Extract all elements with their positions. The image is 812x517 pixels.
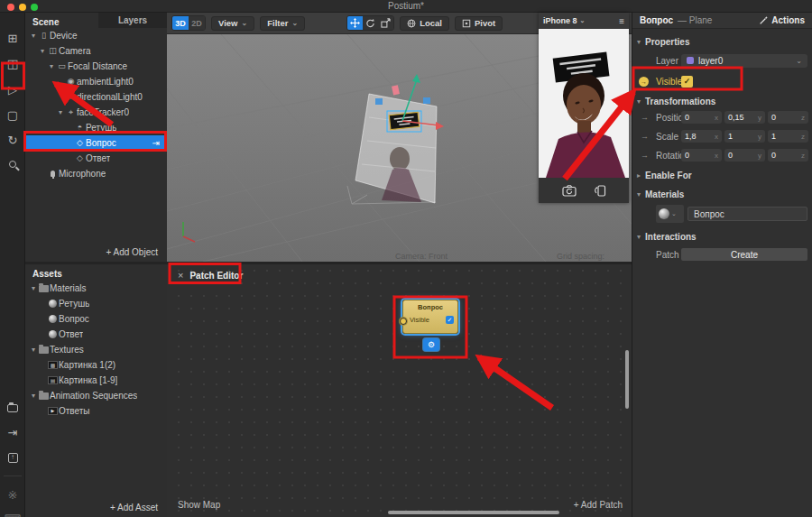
patch-editor-tab-label: Patch Editor	[189, 271, 243, 281]
rotate-device-icon[interactable]	[593, 185, 606, 197]
cameras-icon[interactable]: ◫	[0, 55, 25, 71]
local-space-button[interactable]: Local	[400, 16, 449, 31]
scene-item-row[interactable]: ◓Ретушь	[25, 120, 167, 135]
patch-node-property-label: Visible	[410, 316, 429, 324]
tab-patch-editor[interactable]: × Patch Editor	[171, 266, 250, 284]
scene-item-label: Вопрос	[86, 138, 116, 148]
connector-arrow-icon[interactable]: →	[641, 113, 649, 122]
simulator-device-select[interactable]: iPhone 8	[543, 16, 577, 25]
tab-layers[interactable]: Layers	[98, 13, 167, 28]
add-object-button[interactable]: + Add Object	[106, 247, 158, 257]
caret-expanded-icon[interactable]: ▾	[29, 392, 38, 400]
project-files-button[interactable]	[0, 400, 25, 416]
section-enable-for[interactable]: ▸ Enable For	[632, 168, 812, 182]
section-interactions[interactable]: ▾ Interactions	[632, 229, 812, 244]
simulator-screen	[539, 29, 629, 178]
asset-item-label: Ответы	[59, 406, 90, 416]
caret-expanded-icon[interactable]: ▾	[29, 346, 38, 354]
asset-item-row[interactable]: Вопрос	[25, 311, 167, 327]
restart-icon[interactable]: ↻	[0, 132, 25, 148]
flip-camera-icon[interactable]	[562, 185, 577, 197]
connector-arrow-icon[interactable]: →	[641, 151, 649, 160]
rotate-tool-button[interactable]	[363, 16, 378, 30]
asset-item-row[interactable]: ▩Картинка 1(2)	[25, 357, 167, 373]
debug-button[interactable]: ※	[0, 486, 25, 503]
chevron-down-icon: ⌄	[580, 17, 586, 24]
scene-item-label: Device	[50, 31, 78, 41]
asset-item-row[interactable]: Ответ	[25, 327, 167, 342]
scale-z-field[interactable]: 1z	[768, 130, 808, 143]
close-icon[interactable]: ×	[178, 270, 183, 281]
scale-tool-button[interactable]	[378, 16, 393, 30]
caret-expanded-icon[interactable]: ▾	[29, 284, 38, 292]
section-properties[interactable]: ▾ Properties	[632, 34, 812, 49]
asset-item-row[interactable]: ▶Ответы	[25, 403, 167, 419]
caret-expanded-icon[interactable]: ▾	[29, 32, 38, 40]
rotation-x-field[interactable]: 0x	[681, 149, 722, 162]
connector-arrow-icon[interactable]: →	[641, 132, 649, 141]
import-button[interactable]: ⇥	[0, 424, 25, 440]
asset-item-row[interactable]: ▾Animation Sequences	[25, 388, 167, 403]
mode-3d-button[interactable]: 3D	[172, 16, 189, 30]
caret-expanded-icon[interactable]: ▾	[47, 62, 56, 70]
material-name-field[interactable]: Вопрос	[687, 207, 807, 221]
rotation-y-field[interactable]: 0y	[724, 149, 765, 162]
move-tool-button[interactable]	[347, 16, 363, 30]
section-materials[interactable]: ▾ Materials	[632, 187, 812, 201]
asset-item-row[interactable]: ▾Textures	[25, 342, 167, 357]
scene-item-row[interactable]: Microphone	[25, 166, 167, 181]
asset-item-row[interactable]: ▤Картинка [1-9]	[25, 373, 167, 388]
material-thumbnail-dropdown[interactable]: ⌄	[656, 205, 684, 223]
play-test-button[interactable]: ▷	[0, 81, 25, 97]
device-preview-icon[interactable]: ▢	[0, 106, 25, 123]
position-x-field[interactable]: 0x	[681, 111, 722, 124]
scene-item-row[interactable]: ◇Ответ	[25, 151, 167, 166]
caret-expanded-icon[interactable]: ▾	[38, 47, 47, 55]
publish-button[interactable]: ↑	[0, 449, 25, 466]
scene-item-row[interactable]: ☀directionalLight0	[25, 89, 167, 105]
texture-sequence-icon: ▤	[47, 376, 59, 384]
pivot-button[interactable]: Pivot	[455, 16, 503, 31]
rotation-z-field[interactable]: 0z	[768, 149, 808, 162]
visible-checkbox[interactable]: ✓	[681, 76, 693, 88]
caret-expanded-icon[interactable]: ▾	[56, 108, 65, 116]
scene-item-row[interactable]: ▾▭Focal Distance	[25, 59, 167, 74]
add-patch-button[interactable]: + Add Patch	[574, 500, 623, 510]
horizontal-scrollbar[interactable]	[388, 511, 559, 514]
scene-item-row[interactable]: ▾⌖faceTracker0	[25, 105, 167, 120]
scene-item-row[interactable]: ▾▯Device	[25, 28, 167, 43]
grid-spacing-label: Grid spacing:	[557, 252, 604, 261]
patch-node-settings-button[interactable]: ⚙	[423, 338, 439, 351]
patch-node-vopros[interactable]: Вопрос Visible ✓	[402, 300, 458, 334]
position-y-field[interactable]: 0,15y	[724, 111, 765, 124]
vertical-scrollbar[interactable]	[625, 350, 629, 409]
show-map-button[interactable]: Show Map	[178, 500, 220, 510]
scale-x-field[interactable]: 1,8x	[681, 130, 722, 143]
scale-y-field[interactable]: 1y	[724, 130, 765, 143]
simulator-menu-icon[interactable]: ≡	[619, 16, 624, 26]
face-tracker-icon: ⌖	[65, 108, 77, 116]
view-dropdown[interactable]: View ⌄	[211, 16, 254, 31]
scene-item-row[interactable]: ◇Вопрос⇥	[25, 135, 167, 151]
create-patch-button[interactable]: Create	[681, 248, 807, 261]
actions-button[interactable]: Actions	[759, 15, 805, 25]
patch-input-port[interactable]	[400, 318, 407, 325]
console-button[interactable]: ⌨	[0, 511, 25, 517]
section-transformations[interactable]: ▾ Transformations	[632, 94, 812, 108]
search-button[interactable]	[0, 156, 25, 172]
add-asset-button[interactable]: + Add Asset	[110, 503, 158, 512]
filter-dropdown[interactable]: Filter ⌄	[260, 16, 305, 31]
asset-item-row[interactable]: ▾Materials	[25, 281, 167, 296]
scene-panel-icon[interactable]: ⊞	[0, 30, 25, 46]
visible-patch-port-icon[interactable]: →	[639, 77, 649, 87]
jump-to-icon[interactable]: ⇥	[152, 138, 160, 148]
layer-dropdown[interactable]: layer0 ⌄	[681, 54, 807, 68]
asset-item-row[interactable]: Ретушь	[25, 296, 167, 311]
scene-item-row[interactable]: ▾◫Camera	[25, 43, 167, 59]
position-z-field[interactable]: 0z	[768, 111, 808, 124]
mode-2d-button[interactable]: 2D	[189, 16, 205, 30]
patch-editor-panel[interactable]: × Patch Editor Вопрос Visible ✓ ⚙ Show M…	[167, 264, 632, 517]
scene-item-row[interactable]: ◉ambientLight0	[25, 74, 167, 89]
inspector-object-name: Вопрос	[640, 15, 673, 25]
patch-node-checkbox[interactable]: ✓	[446, 316, 454, 324]
